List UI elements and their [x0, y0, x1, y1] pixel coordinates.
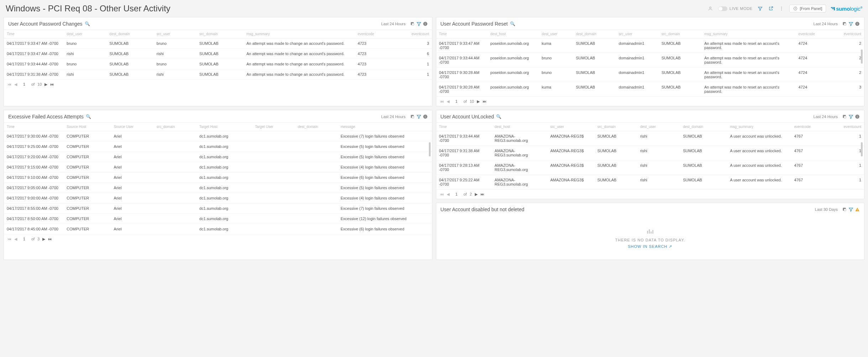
table-cell: SUMOLAB — [594, 131, 637, 146]
table-cell: Ariel — [111, 131, 154, 142]
pager-last[interactable]: ⏭ — [483, 99, 486, 103]
warning-icon[interactable] — [855, 207, 860, 212]
info-icon[interactable]: i — [423, 114, 428, 119]
popout-icon[interactable] — [410, 21, 415, 26]
popout-icon[interactable] — [842, 21, 847, 26]
table-cell: A user account was unlocked. — [727, 131, 791, 146]
scrollbar[interactable] — [429, 142, 431, 156]
table-cell — [154, 193, 196, 203]
popout-icon[interactable] — [842, 114, 847, 119]
panel-password-changes: User Account Password Changes 🔍 Last 24 … — [4, 17, 432, 106]
pager-page[interactable] — [20, 82, 28, 87]
share-icon[interactable] — [768, 6, 774, 11]
table-cell: 1 — [393, 59, 432, 69]
pager-first[interactable]: ⏮ — [7, 82, 11, 86]
table-cell: rishi — [64, 49, 106, 59]
filter-icon[interactable] — [416, 114, 421, 119]
table-row: 04/17/2017 9:25:00 AM -0700COMPUTERAriel… — [4, 142, 432, 152]
svg-rect-19 — [857, 211, 857, 211]
popout-icon[interactable] — [842, 207, 847, 212]
pager-next[interactable]: ▶ — [475, 192, 478, 197]
pager-prev[interactable]: ◀ — [14, 237, 17, 241]
table-cell: Excessive (6) login failures observed — [338, 172, 432, 183]
filter-icon[interactable] — [848, 21, 853, 26]
table-cell: 4767 — [791, 146, 830, 160]
more-icon[interactable] — [779, 6, 784, 11]
table-cell: 04/17/2017 9:00:00 AM -0700 — [4, 193, 64, 203]
pager-next[interactable]: ▶ — [44, 82, 47, 87]
table-cell — [295, 162, 338, 172]
scrollbar[interactable] — [861, 49, 863, 64]
scrollbar[interactable] — [861, 142, 863, 156]
table-cell — [154, 131, 196, 142]
pager-first[interactable]: ⏮ — [7, 237, 11, 241]
table-cell: SUMOLAB — [659, 38, 701, 53]
pager-prev[interactable]: ◀ — [14, 82, 17, 87]
table-cell: dc1.sumolab.org — [196, 131, 252, 142]
table-cell: kuma — [539, 38, 573, 53]
filter-icon[interactable] — [848, 207, 853, 212]
pager-next[interactable]: ▶ — [477, 99, 480, 104]
info-icon[interactable]: i — [423, 21, 428, 26]
table-cell: 04/17/2017 9:33:47 AM -0700 — [436, 38, 488, 53]
user-icon[interactable] — [707, 6, 713, 11]
pager-last[interactable]: ⏭ — [480, 192, 484, 196]
table-cell: 04/17/2017 8:55:00 AM -0700 — [4, 203, 64, 214]
table-cell: Ariel — [111, 183, 154, 193]
filter-icon[interactable] — [757, 6, 763, 11]
table-cell: poseidon.sumolab.org — [488, 53, 539, 68]
table-header-row: TimeSource HostSource Usersrc_domainTarg… — [4, 123, 432, 131]
popout-icon[interactable] — [410, 114, 415, 119]
pager-last[interactable]: ⏭ — [48, 237, 52, 241]
show-in-search-link[interactable]: SHOW IN SEARCH ↗ — [628, 244, 672, 249]
magnify-icon[interactable]: 🔍 — [496, 114, 501, 119]
pager-page[interactable] — [452, 99, 461, 104]
table-cell: COMPUTER — [64, 214, 111, 224]
table-cell: 04/17/2017 9:33:44 AM -0700 — [4, 59, 64, 69]
panel-title: User Account Password Changes — [8, 21, 83, 27]
toggle-switch[interactable] — [718, 6, 727, 11]
table-cell: Ariel — [111, 152, 154, 162]
pager-next[interactable]: ▶ — [42, 237, 45, 241]
table-cell: Ariel — [111, 172, 154, 183]
table-cell: dc1.sumolab.org — [196, 172, 252, 183]
filter-icon[interactable] — [848, 114, 853, 119]
pager-prev[interactable]: ◀ — [447, 192, 449, 197]
info-icon[interactable]: i — [855, 21, 860, 26]
table-row: 04/17/2017 9:00:00 AM -0700COMPUTERAriel… — [4, 193, 432, 203]
time-range-label: [From Panel] — [800, 6, 822, 11]
panel-title: User Account Password Reset — [441, 21, 508, 27]
live-mode-toggle[interactable]: LIVE MODE — [718, 6, 752, 11]
table-cell: SUMOLAB — [196, 59, 243, 69]
table-cell: 04/17/2017 9:30:28 AM -0700 — [436, 68, 488, 82]
table-cell: Ariel — [111, 224, 154, 234]
svg-point-0 — [710, 7, 711, 9]
table-cell: Excessive (12) login failures observed — [338, 214, 432, 224]
pager-prev[interactable]: ◀ — [447, 99, 449, 104]
time-range-selector[interactable]: [From Panel] — [789, 5, 826, 12]
table-cell: Excessive (5) login failures observed — [338, 142, 432, 152]
table-cell: dc1.sumolab.org — [196, 214, 252, 224]
table-cell — [295, 183, 338, 193]
table-cell: bruno — [539, 53, 573, 68]
pager-last[interactable]: ⏭ — [50, 82, 54, 86]
table-cell: 4767 — [791, 160, 830, 175]
table-cell: SUMOLAB — [594, 175, 637, 190]
magnify-icon[interactable]: 🔍 — [510, 21, 515, 26]
filter-icon[interactable] — [416, 21, 421, 26]
table-cell: AMAZONA-REG3.sumolab.org — [492, 131, 547, 146]
pager-first[interactable]: ⏮ — [440, 99, 444, 103]
pager-page[interactable] — [452, 192, 461, 197]
table-cell: 4724 — [796, 53, 830, 68]
magnify-icon[interactable]: 🔍 — [86, 114, 91, 119]
table-row: 04/17/2017 9:30:28 AM -0700poseidon.sumo… — [436, 68, 864, 82]
table-cell: SUMOLAB — [196, 69, 243, 80]
svg-point-3 — [781, 10, 782, 10]
pager-first[interactable]: ⏮ — [440, 192, 444, 196]
svg-rect-18 — [857, 209, 857, 210]
table-cell — [295, 214, 338, 224]
info-icon[interactable]: i — [855, 114, 860, 119]
magnify-icon[interactable]: 🔍 — [85, 21, 90, 26]
table-cell: bruno — [154, 59, 196, 69]
pager-page[interactable] — [20, 236, 28, 241]
